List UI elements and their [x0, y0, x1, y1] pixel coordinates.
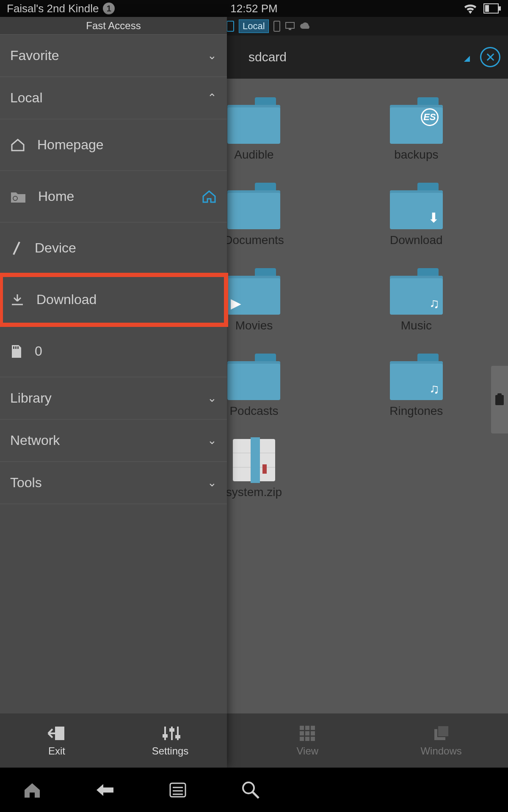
svg-line-22: [14, 242, 19, 255]
sidebar-item-label: Download: [36, 292, 97, 307]
section-label: Tools: [10, 475, 42, 491]
folder-backups[interactable]: ES backups: [342, 97, 491, 162]
svg-rect-2: [485, 5, 489, 12]
download-arrow-icon: ⬇: [428, 210, 439, 226]
folder-label: Ringtones: [389, 404, 443, 418]
svg-line-38: [253, 792, 259, 798]
folder-label: Download: [390, 233, 443, 247]
download-icon: [10, 293, 25, 307]
clock: 12:52 PM: [230, 2, 277, 15]
clipboard-icon: [494, 393, 505, 406]
slash-icon: [10, 240, 23, 256]
tablet-icon: [226, 21, 235, 32]
folder-label: backups: [394, 148, 438, 162]
folder-label: Music: [401, 319, 432, 332]
svg-rect-1: [499, 6, 501, 11]
tab-local[interactable]: Local: [239, 19, 269, 33]
nav-back-button[interactable]: [94, 779, 116, 801]
svg-rect-24: [15, 346, 17, 349]
svg-rect-12: [311, 726, 315, 730]
music-note-icon: ♫: [429, 296, 439, 311]
view-button[interactable]: View: [240, 713, 374, 768]
svg-rect-4: [274, 21, 280, 31]
svg-rect-16: [300, 737, 304, 741]
sidebar-item-device[interactable]: Device: [0, 222, 227, 274]
section-label: Local: [10, 90, 43, 106]
sidebar-item-label: Device: [35, 240, 76, 256]
chevron-down-icon: ⌄: [207, 434, 217, 447]
chevron-down-icon: ⌄: [207, 476, 217, 489]
section-local[interactable]: Local ⌃: [0, 77, 227, 119]
sidebar-title: Fast Access: [0, 17, 227, 35]
svg-rect-32: [175, 735, 180, 738]
windows-button[interactable]: Windows: [374, 713, 508, 768]
view-label: View: [297, 745, 319, 757]
svg-rect-6: [289, 28, 291, 30]
chevron-down-icon: ⌄: [207, 49, 217, 62]
svg-rect-20: [438, 726, 449, 737]
nav-search-button[interactable]: [240, 779, 262, 801]
svg-rect-25: [17, 346, 19, 349]
section-library[interactable]: Library ⌄: [0, 377, 227, 420]
folder-music[interactable]: ♫ Music: [342, 268, 491, 332]
close-button[interactable]: ✕: [480, 47, 500, 67]
nav-home-button[interactable]: [21, 779, 43, 801]
svg-rect-28: [163, 734, 168, 738]
folder-label: Audible: [234, 148, 273, 162]
svg-rect-18: [311, 737, 315, 741]
sidebar-item-sdcard[interactable]: 0: [0, 326, 227, 377]
dropdown-triangle-icon: [464, 56, 470, 62]
section-favorite[interactable]: Favorite ⌄: [0, 35, 227, 77]
sidebar: Fast Access Favorite ⌄ Local ⌃ Homepage …: [0, 17, 227, 768]
svg-rect-14: [305, 731, 309, 735]
folder-label: Podcasts: [229, 404, 278, 418]
search-icon: [241, 780, 260, 800]
sidebar-item-home[interactable]: Home: [0, 171, 227, 222]
music-note-icon: ♫: [429, 381, 439, 397]
lan-icon[interactable]: [285, 22, 295, 31]
sidebar-item-label: Home: [38, 189, 74, 204]
sliders-icon: [160, 724, 180, 743]
sidebar-item-label: Homepage: [37, 137, 104, 153]
folder-ringtones[interactable]: ♫ Ringtones: [342, 354, 491, 418]
sidebar-item-download[interactable]: Download: [0, 274, 227, 326]
svg-rect-17: [305, 737, 309, 741]
file-label: system.zip: [226, 486, 282, 499]
phone-icon[interactable]: [273, 21, 281, 32]
windows-label: Windows: [420, 745, 461, 757]
svg-rect-3: [227, 21, 234, 31]
folder-download[interactable]: ⬇ Download: [342, 183, 491, 247]
nav-menu-button[interactable]: [167, 779, 189, 801]
svg-rect-11: [305, 726, 309, 730]
home-outline-icon: [10, 138, 25, 152]
section-tools[interactable]: Tools ⌄: [0, 462, 227, 504]
status-bar: Faisal's 2nd Kindle 1 12:52 PM: [0, 0, 508, 17]
home-active-icon: [202, 189, 217, 204]
svg-rect-15: [311, 731, 315, 735]
exit-button[interactable]: Exit: [0, 713, 113, 768]
exit-icon: [47, 724, 67, 743]
settings-label: Settings: [152, 745, 189, 757]
svg-rect-13: [300, 731, 304, 735]
chevron-down-icon: ⌄: [207, 392, 217, 405]
svg-point-37: [243, 782, 254, 793]
tab-local-label: Local: [243, 21, 265, 31]
folder-label: Documents: [224, 233, 284, 247]
sidebar-item-homepage[interactable]: Homepage: [0, 119, 227, 171]
path-current-label: sdcard: [248, 50, 287, 64]
svg-rect-26: [55, 727, 64, 740]
cloud-icon[interactable]: [299, 22, 312, 30]
app-screen: Local sdcard ✕ Audible ES backups: [0, 17, 508, 768]
section-network[interactable]: Network ⌄: [0, 420, 227, 462]
svg-rect-23: [13, 346, 14, 349]
clipboard-tab[interactable]: [491, 366, 508, 433]
sidebar-item-label: 0: [35, 343, 42, 359]
windows-icon: [432, 724, 450, 743]
svg-rect-5: [286, 22, 294, 28]
settings-button[interactable]: Settings: [113, 713, 227, 768]
chevron-up-icon: ⌃: [207, 91, 217, 104]
sidebar-spacer: [0, 504, 227, 713]
svg-rect-10: [300, 726, 304, 730]
section-label: Favorite: [10, 48, 59, 63]
svg-rect-8: [497, 393, 502, 397]
